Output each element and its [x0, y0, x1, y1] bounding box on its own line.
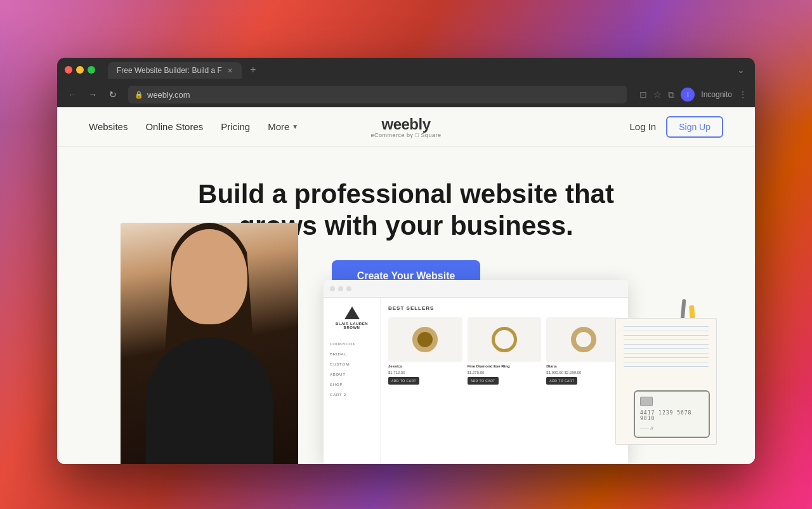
- mockup-logo-area: BLAIR LAUREN BROWN: [330, 307, 374, 329]
- mockup-bar: [324, 280, 628, 298]
- mockup-add-btn-1[interactable]: ADD TO CART: [388, 377, 419, 385]
- tab-close-button[interactable]: ✕: [227, 67, 233, 75]
- incognito-label: Incognito: [701, 90, 732, 99]
- credit-card-sketch: 4417 1239 5678 9010 ~~~ //: [634, 390, 710, 438]
- logo-subtitle: eCommerce by □ Square: [371, 132, 442, 138]
- mockup-product-name-2: Fine Diamond Eye Ring: [468, 364, 542, 368]
- nav-websites[interactable]: Websites: [89, 121, 128, 132]
- notebook-lines: 4417 1239 5678 9010 ~~~ //: [615, 318, 717, 445]
- illustration: 4417 1239 5678 9010 ~~~ //: [590, 299, 717, 445]
- card-chip: [640, 397, 653, 406]
- browser-window: Free Website Builder: Build a F ✕ + ⌄ ← …: [57, 58, 755, 464]
- address-field[interactable]: 🔒 weebly.com: [128, 86, 627, 103]
- mockup-product-1: Jessica $1,712.50 ADD TO CART: [388, 317, 462, 385]
- notebook-line-4: [624, 340, 709, 340]
- mockup-products: Jessica $1,712.50 ADD TO CART Fine Di: [388, 317, 620, 385]
- notebook-line-7: [624, 353, 709, 354]
- browser-tab[interactable]: Free Website Builder: Build a F ✕: [108, 62, 242, 79]
- tab-bar: Free Website Builder: Build a F ✕ +: [108, 61, 732, 79]
- mockup-nav-bridal: BRIDAL: [330, 351, 374, 357]
- mockup-product-name-1: Jessica: [388, 364, 462, 368]
- close-window-button[interactable]: [65, 66, 72, 74]
- tab-expand-icon[interactable]: ⌄: [737, 65, 747, 75]
- minimize-window-button[interactable]: [76, 66, 84, 74]
- notebook-line-8: [624, 357, 709, 358]
- notebook-line-1: [624, 326, 709, 327]
- mockup-nav-custom: CUSTOM: [330, 361, 374, 367]
- mockup-triangle-logo: [344, 307, 360, 319]
- maximize-window-button[interactable]: [88, 66, 95, 74]
- traffic-lights: [65, 66, 95, 74]
- notebook-line-5: [624, 344, 709, 345]
- card-number: 4417 1239 5678 9010: [640, 410, 704, 421]
- mockup-dot-2: [338, 286, 343, 291]
- back-button[interactable]: ←: [65, 87, 80, 102]
- notebook-line-6: [624, 348, 709, 349]
- profile-badge[interactable]: I: [681, 88, 695, 102]
- notebook-line-9: [624, 362, 709, 362]
- mockup-product-2: Fine Diamond Eye Ring $1,275.00 ADD TO C…: [468, 317, 542, 385]
- person-background: [121, 223, 298, 464]
- person-body: [146, 337, 273, 464]
- mockup-add-btn-2[interactable]: ADD TO CART: [468, 377, 499, 385]
- mockup-sidebar: BLAIR LAUREN BROWN LOOKBOOK BRIDAL CUSTO…: [324, 298, 381, 464]
- notebook-line-10: [624, 366, 709, 367]
- card-squiggle: ~~~ //: [640, 425, 704, 431]
- nav-more[interactable]: More ▼: [268, 121, 298, 132]
- forward-button[interactable]: →: [85, 87, 100, 102]
- bookmark-icon[interactable]: ☆: [653, 89, 662, 100]
- url-text: weebly.com: [147, 90, 620, 100]
- mockup-dot-3: [346, 286, 351, 291]
- website-mockup: BLAIR LAUREN BROWN LOOKBOOK BRIDAL CUSTO…: [324, 280, 628, 464]
- notebook-line-2: [624, 331, 709, 331]
- hero-visual: BLAIR LAUREN BROWN LOOKBOOK BRIDAL CUSTO…: [57, 248, 755, 464]
- hero-section: Build a professional website that grows …: [57, 147, 755, 464]
- mockup-dot-1: [330, 286, 335, 291]
- new-tab-button[interactable]: +: [244, 61, 262, 79]
- mockup-product-price-1: $1,712.50: [388, 371, 462, 374]
- nav-pricing[interactable]: Pricing: [221, 121, 250, 132]
- login-button[interactable]: Log In: [629, 121, 656, 132]
- mockup-nav-cart: CART 2: [330, 392, 374, 398]
- ring-shape-1: [412, 327, 438, 352]
- nav-online-stores[interactable]: Online Stores: [145, 121, 203, 132]
- mockup-product-price-2: $1,275.00: [468, 371, 542, 374]
- lock-icon: 🔒: [134, 91, 143, 99]
- site-logo: weebly eCommerce by □ Square: [371, 116, 442, 138]
- site-nav: Websites Online Stores Pricing More ▼ we…: [57, 107, 755, 147]
- tab-groups-icon[interactable]: ⧉: [668, 89, 674, 100]
- website-content: Websites Online Stores Pricing More ▼ we…: [57, 107, 755, 464]
- reload-button[interactable]: ↻: [105, 87, 121, 102]
- notebook-line-3: [624, 335, 709, 336]
- mockup-nav-shop: SHOP: [330, 381, 374, 388]
- mockup-add-btn-3[interactable]: ADD TO CART: [546, 377, 577, 385]
- logo-text: weebly: [371, 116, 442, 133]
- mockup-nav-about: ABOUT: [330, 371, 374, 378]
- mockup-product-img-1: [388, 317, 462, 362]
- signup-button[interactable]: Sign Up: [666, 116, 723, 138]
- menu-button[interactable]: ⋮: [738, 89, 747, 100]
- title-bar: Free Website Builder: Build a F ✕ + ⌄: [57, 58, 755, 82]
- mockup-brand: BLAIR LAUREN BROWN: [330, 322, 374, 329]
- mockup-product-img-2: [468, 317, 542, 362]
- profile-initial: I: [687, 91, 689, 98]
- mockup-section-title: BEST SELLERS: [388, 305, 620, 311]
- tab-title: Free Website Builder: Build a F: [117, 66, 222, 75]
- cast-icon[interactable]: ⊡: [639, 89, 647, 100]
- nav-more-label: More: [268, 121, 289, 132]
- ring-shape-2: [492, 327, 517, 352]
- nav-links: Websites Online Stores Pricing More ▼: [89, 121, 298, 132]
- desktop: Free Website Builder: Build a F ✕ + ⌄ ← …: [0, 0, 812, 509]
- browser-chrome: Free Website Builder: Build a F ✕ + ⌄ ← …: [57, 58, 755, 107]
- person-face: [171, 229, 247, 324]
- person-image: [121, 223, 298, 464]
- nav-actions: Log In Sign Up: [629, 116, 723, 138]
- address-bar: ← → ↻ 🔒 weebly.com ⊡ ☆ ⧉ I Incognito ⋮: [57, 82, 755, 107]
- mockup-nav-lookbook: LOOKBOOK: [330, 341, 374, 347]
- nav-more-arrow: ▼: [292, 123, 298, 130]
- toolbar-icons: ⊡ ☆ ⧉ I Incognito ⋮: [639, 88, 747, 102]
- mockup-body: BLAIR LAUREN BROWN LOOKBOOK BRIDAL CUSTO…: [324, 298, 628, 464]
